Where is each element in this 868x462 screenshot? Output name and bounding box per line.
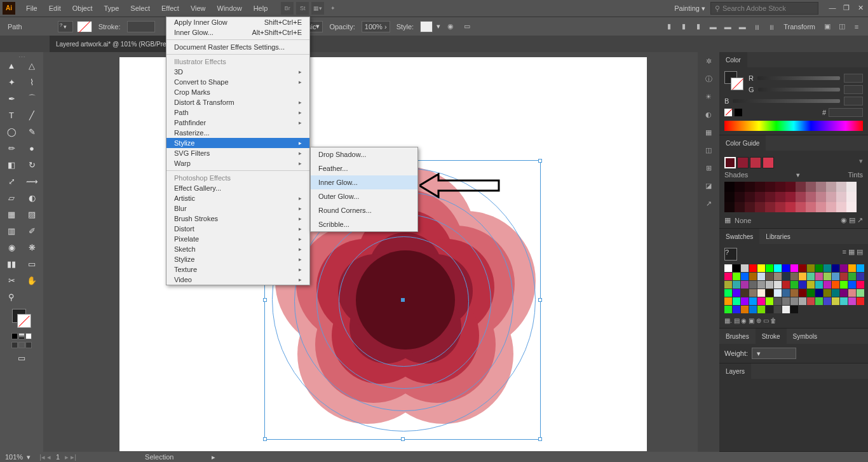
menu-window[interactable]: Window bbox=[212, 2, 248, 15]
gpu-icon[interactable]: ✦ bbox=[327, 2, 339, 15]
slice-tool[interactable]: ✂ bbox=[1, 272, 22, 289]
stylize-outer-glow[interactable]: Outer Glow... bbox=[311, 189, 417, 203]
draw-normal[interactable] bbox=[11, 342, 18, 348]
align-bottom-icon[interactable]: ▬ bbox=[736, 20, 749, 33]
dock-links-icon[interactable]: ↗ bbox=[698, 194, 719, 212]
window-close[interactable]: ✕ bbox=[855, 4, 865, 13]
stylize-round-corners[interactable]: Round Corners... bbox=[311, 203, 417, 217]
effect-texture[interactable]: Texture bbox=[166, 264, 309, 275]
g-slider[interactable] bbox=[758, 88, 840, 92]
stroke-tab[interactable]: Stroke bbox=[756, 329, 787, 344]
harmony-color[interactable] bbox=[737, 157, 749, 168]
gradient-mode[interactable] bbox=[18, 333, 25, 339]
symbols-tab[interactable]: Symbols bbox=[787, 329, 824, 344]
arrange-icon[interactable]: ▦▾ bbox=[311, 2, 324, 15]
effect-sketch[interactable]: Sketch bbox=[166, 244, 309, 254]
eraser-tool[interactable]: ◧ bbox=[1, 156, 22, 173]
align-icon[interactable]: ▭ bbox=[461, 20, 473, 33]
g-value[interactable] bbox=[844, 85, 863, 94]
menu-help[interactable]: Help bbox=[248, 2, 274, 15]
fill-stroke-control[interactable]: ? bbox=[12, 309, 31, 328]
effect-stylize[interactable]: Stylize bbox=[166, 138, 309, 148]
opacity-value[interactable]: 100% › bbox=[362, 21, 390, 32]
effect-convert-shape[interactable]: Convert to Shape bbox=[166, 77, 309, 87]
menu-effect[interactable]: Effect bbox=[156, 2, 185, 15]
b-slider[interactable] bbox=[733, 99, 840, 103]
r-slider[interactable] bbox=[757, 76, 840, 80]
zoom-level[interactable]: 101% bbox=[5, 453, 23, 461]
black-swatch[interactable] bbox=[735, 109, 742, 116]
effect-warp[interactable]: Warp bbox=[166, 158, 309, 168]
stylize-scribble[interactable]: Scribble... bbox=[311, 217, 417, 231]
zoom-tool[interactable]: ⚲ bbox=[1, 289, 22, 305]
layers-tab[interactable]: Layers bbox=[719, 363, 751, 379]
dist-h-icon[interactable]: ⫼ bbox=[750, 20, 763, 33]
window-minimize[interactable]: — bbox=[827, 4, 837, 13]
harmony-color[interactable] bbox=[763, 157, 774, 168]
mesh-tool[interactable]: ▨ bbox=[22, 206, 42, 222]
draw-inside[interactable] bbox=[25, 342, 32, 348]
libraries-tab[interactable]: Libraries bbox=[759, 229, 796, 244]
effect-brush-strokes[interactable]: Brush Strokes bbox=[166, 214, 309, 224]
rotate-tool[interactable]: ↻ bbox=[22, 156, 42, 173]
b-value[interactable] bbox=[844, 97, 863, 105]
shades-grid[interactable] bbox=[724, 182, 863, 212]
color-spectrum[interactable] bbox=[724, 121, 863, 131]
ellipse-tool[interactable]: ◯ bbox=[1, 123, 22, 140]
options-menu-icon[interactable]: ≡ bbox=[850, 20, 863, 33]
swatches-tab[interactable]: Swatches bbox=[719, 229, 759, 244]
symbol-sprayer-tool[interactable]: ❋ bbox=[22, 239, 42, 255]
dock-transparency-icon[interactable]: ▦ bbox=[698, 123, 719, 141]
graph-tool[interactable]: ▮▮ bbox=[1, 255, 22, 272]
effect-pixelate[interactable]: Pixelate bbox=[166, 234, 309, 244]
swatch-fill[interactable]: ? bbox=[724, 248, 737, 261]
type-tool[interactable]: T bbox=[1, 107, 22, 123]
stock-search[interactable]: ⚲ Search Adobe Stock bbox=[710, 2, 818, 15]
align-top-icon[interactable]: ▬ bbox=[707, 20, 719, 33]
effect-stylize-ps[interactable]: Stylize bbox=[166, 254, 309, 264]
style-swatch[interactable] bbox=[420, 21, 433, 32]
menu-file[interactable]: File bbox=[20, 2, 43, 15]
dock-pathfinder-icon[interactable]: ◪ bbox=[698, 177, 719, 194]
effect-path[interactable]: Path bbox=[166, 107, 309, 118]
curvature-tool[interactable]: ⌒ bbox=[22, 90, 42, 107]
none-mode[interactable] bbox=[25, 333, 32, 339]
apply-last-effect[interactable]: Apply Inner GlowShift+Ctrl+E bbox=[166, 17, 309, 27]
effect-gallery[interactable]: Effect Gallery... bbox=[166, 183, 309, 193]
dist-v-icon[interactable]: ⫼ bbox=[765, 20, 778, 33]
bridge-icon[interactable]: Br bbox=[281, 2, 294, 15]
brushes-tab[interactable]: Brushes bbox=[719, 329, 756, 344]
draw-behind[interactable] bbox=[18, 342, 25, 348]
pen-tool[interactable]: ✒ bbox=[1, 90, 22, 107]
artboard-nav[interactable]: 1 bbox=[56, 453, 60, 461]
stylize-feather[interactable]: Feather... bbox=[311, 161, 417, 175]
recolor-icon[interactable]: ◉ bbox=[444, 20, 457, 33]
selection-tool[interactable]: ▲ bbox=[1, 57, 22, 74]
transform-panel[interactable]: Transform bbox=[783, 23, 815, 31]
dock-align-icon[interactable]: ⊞ bbox=[698, 159, 719, 177]
direct-selection-tool[interactable]: △ bbox=[22, 57, 42, 74]
hex-value[interactable] bbox=[829, 108, 863, 117]
menu-object[interactable]: Object bbox=[67, 2, 98, 15]
lasso-tool[interactable]: ⌇ bbox=[22, 74, 42, 90]
shape-mode-icon[interactable]: ◫ bbox=[836, 20, 848, 33]
dock-info-icon[interactable]: ⓘ bbox=[698, 70, 719, 88]
pencil-tool[interactable]: ✏ bbox=[1, 140, 22, 156]
effect-3d[interactable]: 3D bbox=[166, 67, 309, 77]
none-swatch[interactable] bbox=[724, 109, 732, 116]
effect-svg-filters[interactable]: SVG Filters bbox=[166, 148, 309, 158]
fill-color[interactable]: ▾ bbox=[58, 21, 73, 32]
align-left-icon[interactable]: ▮ bbox=[663, 20, 675, 33]
harmony-color[interactable] bbox=[750, 157, 761, 168]
raster-effects-settings[interactable]: Document Raster Effects Settings... bbox=[166, 42, 309, 52]
effect-distort-transform[interactable]: Distort & Transform bbox=[166, 97, 309, 107]
r-value[interactable] bbox=[844, 74, 863, 83]
menu-edit[interactable]: Edit bbox=[43, 2, 67, 15]
align-hc-icon[interactable]: ▮ bbox=[677, 20, 690, 33]
shape-builder-tool[interactable]: ◐ bbox=[22, 189, 42, 206]
stroke-indicator[interactable] bbox=[731, 78, 743, 90]
align-right-icon[interactable]: ▮ bbox=[692, 20, 705, 33]
align-vc-icon[interactable]: ▬ bbox=[721, 20, 734, 33]
effect-distort-ps[interactable]: Distort bbox=[166, 224, 309, 234]
menu-view[interactable]: View bbox=[185, 2, 212, 15]
